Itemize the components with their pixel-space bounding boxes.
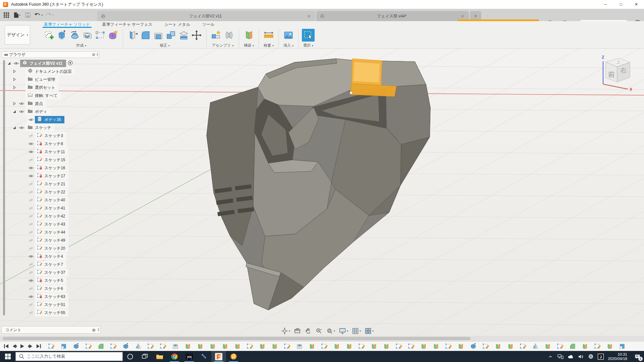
tree-item-0[interactable]: フェイス部V2 v11 [6,59,75,67]
workspace-selector[interactable]: デザイン▾ [5,25,30,45]
tree-item-labelbox[interactable]: 接触: すべて [25,92,61,99]
timeline-feature-5-sk[interactable] [110,343,117,350]
taskbar-app-task-view[interactable] [138,351,152,362]
tree-item-30[interactable]: スケッチ51 [21,301,75,309]
tree-item-labelbox[interactable]: スケッチ4 [35,253,66,260]
timeline-feature-24-pl[interactable] [345,343,353,350]
go-to-end-button[interactable] [35,343,42,350]
tree-item-labelbox[interactable]: 原点 [25,100,46,107]
timeline-feature-3-sk[interactable] [85,343,92,350]
tree-item-5[interactable]: 原点 [11,100,75,108]
tree-item-11[interactable]: スケッチ11 [21,148,75,156]
revolve-button[interactable] [68,29,81,42]
ribbon-tab-surface[interactable]: 基準フィーチャ サーフェス [101,21,154,28]
timeline-feature-21-pl[interactable] [308,343,316,350]
expander-icon[interactable] [11,78,17,81]
timeline-feature-36-pl[interactable] [494,343,502,350]
viewcube-right-face[interactable]: 右 [621,67,627,74]
start-button[interactable] [0,351,15,362]
visibility-eye-icon[interactable] [27,198,35,202]
tree-item-18[interactable]: スケッチ41 [21,204,75,212]
tree-item-28[interactable]: スケッチ6 [21,285,75,293]
tree-item-25[interactable]: スケッチ7 [21,260,75,268]
maximize-button[interactable]: □ [613,0,629,9]
select-button[interactable] [302,29,315,42]
tray-onedrive-icon[interactable] [566,351,576,362]
modify-group-label[interactable]: 修正 ▾ [160,43,170,48]
tree-item-24[interactable]: スケッチ4 [21,252,75,260]
tree-item-15[interactable]: スケッチ21 [21,180,75,188]
tree-item-10[interactable]: スケッチ8 [21,140,75,148]
tray-volume-icon[interactable] [576,351,586,362]
look-at-button[interactable] [293,327,302,335]
tree-item-labelbox[interactable]: スケッチ42 [35,213,68,220]
press-pull-button[interactable] [126,29,139,42]
tree-item-labelbox[interactable]: スケッチ15 [35,156,68,164]
tree-item-labelbox[interactable]: ドキュメントの設定 [25,68,75,75]
3d-model-body35[interactable] [207,59,430,310]
timeline-feature-44-sk[interactable] [594,343,601,350]
timeline-feature-9-sk[interactable] [159,343,167,350]
visibility-eye-icon[interactable] [27,142,35,146]
timeline-feature-14-pl[interactable] [221,343,229,350]
visibility-eye-icon[interactable] [27,246,35,250]
minimize-button[interactable]: ─ [598,0,613,9]
visibility-eye-icon[interactable] [27,262,35,266]
visibility-eye-icon[interactable] [27,150,35,154]
rectangular-pattern-button[interactable] [94,29,107,42]
visibility-eye-icon[interactable] [27,182,35,186]
tree-item-6[interactable]: ボディ [11,108,75,116]
tree-item-labelbox[interactable]: スケッチ49 [35,237,68,244]
timeline-feature-41-sk[interactable] [556,343,564,350]
origin-point[interactable] [350,92,353,94]
tree-item-2[interactable]: ビュー管理 [11,75,75,83]
taskbar-app-chrome[interactable] [167,351,182,362]
timeline-scroll-thumb[interactable] [3,337,471,340]
close-button[interactable]: ✕ [629,0,644,9]
expander-icon[interactable] [6,62,12,65]
timeline-feature-38-sk[interactable] [519,343,527,350]
minimize-panel-icon[interactable]: ⊘ [92,52,95,57]
tree-item-labelbox[interactable]: スケッチ [25,124,55,131]
taskbar-clock[interactable]: 10:31 2020/04/18 [608,352,627,361]
timeline-feature-4-fi[interactable] [97,343,105,350]
expander-icon[interactable] [11,70,17,73]
step-back-button[interactable] [11,343,18,350]
ribbon-tab-tools[interactable]: ツール [201,21,216,28]
ribbon-tab-solid[interactable]: 基準フィーチャ ソリッド [43,21,92,28]
tree-item-12[interactable]: スケッチ15 [21,156,75,164]
pan-button[interactable] [304,327,312,335]
timeline-feature-30-pl[interactable] [420,343,427,350]
tree-item-labelbox[interactable]: ボディ [25,108,51,115]
step-forward-button[interactable] [27,343,34,350]
tree-item-16[interactable]: スケッチ22 [21,188,75,196]
file-menu-icon[interactable]: ▾ [13,11,21,19]
tree-item-labelbox[interactable]: スケッチ7 [35,261,66,268]
tree-item-29[interactable]: スケッチ63 [21,293,75,301]
timeline-feature-32-sk[interactable] [445,343,452,350]
timeline-feature-22-sk[interactable] [321,343,328,350]
go-to-start-button[interactable] [3,343,10,350]
timeline-feature-42-fi[interactable] [569,343,576,350]
redo-icon[interactable]: ▾ [45,11,54,19]
timeline-feature-40-pl[interactable] [544,343,551,350]
timeline-feature-19-sk[interactable] [283,343,291,350]
zoom-button[interactable] [315,327,323,335]
timeline-feature-31-pl[interactable] [432,343,440,350]
viewcube-front-face[interactable]: 前 [608,71,615,78]
construct-group-label[interactable]: 構築 ▾ [244,43,254,48]
tree-item-21[interactable]: スケッチ44 [21,228,75,236]
fit-zoom-button[interactable]: ▾ [325,327,336,335]
tree-item-labelbox[interactable]: スケッチ17 [35,172,68,180]
tray-j-app-icon[interactable]: J [596,351,606,362]
grid-snap-button[interactable]: ▾ [351,327,362,335]
tree-item-7[interactable]: ボディ35 [21,116,75,124]
taskbar-app-cortana[interactable] [123,351,138,362]
timeline-feature-6-ex[interactable] [122,343,129,350]
tree-item-9[interactable]: スケッチ3 [21,132,75,140]
tree-item-3[interactable]: 選択セット [11,83,75,92]
panel-grip-icon[interactable]: ‖ [97,52,98,57]
tree-item-26[interactable]: スケッチ37 [21,268,75,277]
taskbar-app-music-app[interactable] [226,351,241,362]
view-cube[interactable]: 前 右 上 Z X [594,51,638,92]
